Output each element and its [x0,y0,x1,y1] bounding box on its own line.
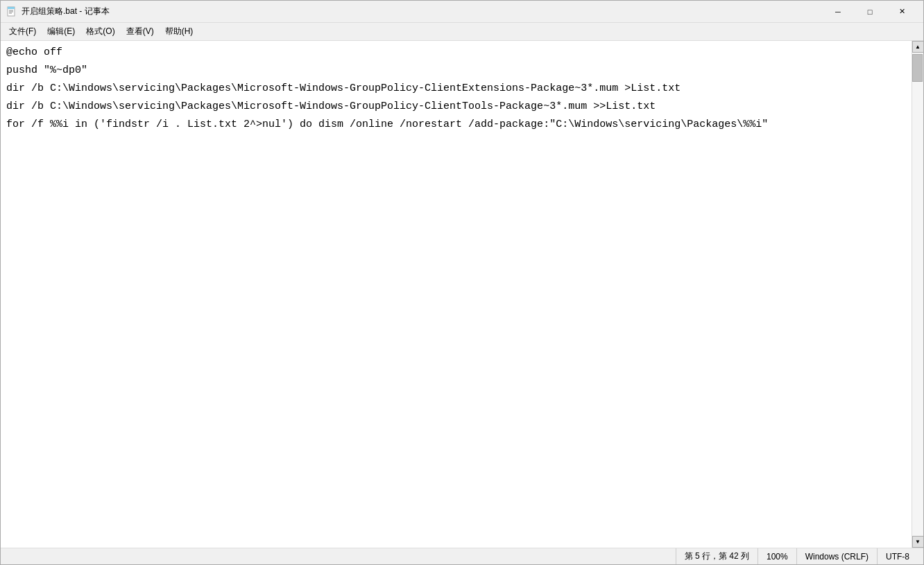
minimize-button[interactable]: ─ [822,1,854,23]
menu-format[interactable]: 格式(O) [80,24,120,40]
menu-help[interactable]: 帮助(H) [160,24,199,40]
menu-bar: 文件(F) 编辑(E) 格式(O) 查看(V) 帮助(H) [1,23,923,41]
scroll-down-button[interactable]: ▼ [912,536,924,548]
encoding: UTF-8 [877,548,918,564]
window-controls: ─ □ ✕ [822,1,918,23]
menu-file[interactable]: 文件(F) [3,24,42,40]
maximize-button[interactable]: □ [854,1,886,23]
scroll-thumb[interactable] [912,54,923,82]
close-button[interactable]: ✕ [886,1,918,23]
vertical-scrollbar[interactable]: ▲ ▼ [912,41,923,548]
scroll-track[interactable] [912,53,923,536]
svg-rect-1 [8,7,15,9]
menu-view[interactable]: 查看(V) [121,24,160,40]
editor-container: ▲ ▼ [1,41,923,548]
line-ending: Windows (CRLF) [796,548,877,564]
text-editor[interactable] [1,41,912,548]
status-bar: 第 5 行，第 42 列 100% Windows (CRLF) UTF-8 [1,548,923,564]
notepad-window: 开启组策略.bat - 记事本 ─ □ ✕ 文件(F) 编辑(E) 格式(O) … [0,0,924,565]
title-bar: 开启组策略.bat - 记事本 ─ □ ✕ [1,1,923,23]
window-title: 开启组策略.bat - 记事本 [22,6,822,17]
zoom-level: 100% [758,548,796,564]
menu-edit[interactable]: 编辑(E) [42,24,80,40]
cursor-position: 第 5 行，第 42 列 [676,548,758,564]
scroll-up-button[interactable]: ▲ [912,41,924,53]
notepad-icon [6,6,17,17]
